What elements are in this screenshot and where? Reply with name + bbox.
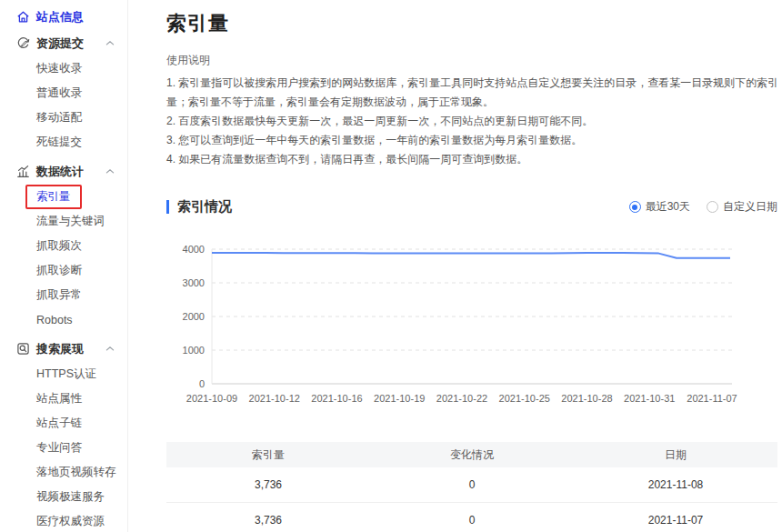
sidebar-subitem[interactable]: 快速收录	[0, 56, 127, 81]
table-cell: 0	[370, 478, 574, 491]
sidebar-subitem[interactable]: 抓取频次	[0, 234, 127, 258]
sidebar-subitem[interactable]: 普通收录	[0, 81, 127, 105]
chevron-up-icon[interactable]	[105, 40, 115, 46]
sidebar-subitem-label: 抓取诊断	[36, 263, 82, 278]
sidebar-item-site-info[interactable]: 站点信息	[0, 4, 127, 30]
table-cell: 3,736	[166, 514, 370, 527]
index-data-table: 索引量变化情况日期 3,73602021-11-083,73602021-11-…	[166, 442, 777, 532]
panel-title: 索引情况	[177, 198, 232, 216]
x-axis-tick-label: 2021-10-16	[311, 393, 362, 404]
home-icon	[15, 10, 30, 25]
sidebar-subitem-label: 落地页视频转存	[36, 465, 116, 480]
table-header-cell: 日期	[574, 447, 777, 463]
resource-submit-icon	[15, 36, 30, 51]
x-axis-tick-label: 2021-10-25	[499, 393, 550, 404]
sidebar-subitem[interactable]: 视频极速服务	[0, 485, 127, 509]
index-trend-chart: 010002000300040002021-10-092021-10-12202…	[166, 240, 777, 408]
usage-instruction-line: 1. 索引量指可以被搜索用户搜索到的网站数据库，索引量工具同时支持站点自定义想要…	[166, 74, 782, 112]
table-header-cell: 变化情况	[370, 447, 574, 463]
radio-label: 自定义日期	[723, 199, 777, 215]
sidebar-subitem-label: 移动适配	[36, 110, 82, 125]
radio-label: 最近30天	[646, 199, 690, 215]
table-cell: 0	[370, 514, 574, 527]
page-title: 索引量	[166, 10, 782, 37]
usage-title: 使用说明	[166, 53, 782, 68]
sidebar-subitem-label: 专业问答	[36, 440, 82, 456]
sidebar-section-label: 搜索展现	[36, 341, 84, 357]
sidebar-subitem[interactable]: Robots	[0, 307, 127, 332]
date-range-radio-group: 最近30天自定义日期	[629, 199, 777, 215]
sidebar-subitem[interactable]: HTTPS认证	[0, 362, 127, 386]
section-accent-bar	[166, 200, 169, 214]
sidebar-subitem-active-highlighted[interactable]: 索引量	[0, 185, 127, 209]
y-axis-tick-label: 3000	[183, 277, 205, 288]
sidebar-subitem-label: 抓取异常	[36, 287, 82, 303]
sidebar-subitem[interactable]: 死链提交	[0, 130, 127, 155]
radio-selected-icon[interactable]	[629, 201, 641, 213]
sidebar-section-label: 站点信息	[36, 9, 84, 25]
sidebar-subitem-label: 站点子链	[36, 416, 82, 431]
index-panel-header: 索引情况 最近30天自定义日期	[166, 198, 777, 216]
x-axis-tick-label: 2021-10-19	[374, 393, 425, 404]
sidebar-subitem[interactable]: 专业问答	[0, 436, 127, 460]
sidebar-subitem-label: 死链提交	[36, 135, 82, 150]
sidebar-subitem-label: 站点属性	[36, 391, 82, 407]
sidebar-subitem-label: 普通收录	[36, 85, 82, 101]
sidebar-subitem[interactable]: 抓取异常	[0, 283, 127, 307]
sidebar-section-label: 数据统计	[36, 164, 84, 180]
sidebar-subitem[interactable]: 站点属性	[0, 386, 127, 411]
x-axis-tick-label: 2021-10-28	[561, 393, 612, 404]
sidebar-subitem[interactable]: 移动适配	[0, 105, 127, 130]
sidebar-subitem-label: 视频极速服务	[36, 489, 105, 505]
sidebar: 站点信息资源提交快速收录普通收录移动适配死链提交数据统计索引量流量与关键词抓取频…	[0, 0, 128, 532]
sidebar-subitem-label: 抓取频次	[36, 238, 82, 254]
table-row: 3,73602021-11-08	[166, 467, 777, 503]
sidebar-subitem-label: 流量与关键词	[36, 214, 105, 229]
usage-instructions: 1. 索引量指可以被搜索用户搜索到的网站数据库，索引量工具同时支持站点自定义想要…	[166, 74, 782, 169]
x-axis-tick-label: 2021-10-22	[436, 393, 487, 404]
radio-option-last-30-days[interactable]: 最近30天	[629, 199, 690, 215]
table-header-row: 索引量变化情况日期	[166, 442, 777, 467]
radio-unselected-icon[interactable]	[707, 201, 718, 213]
y-axis-tick-label: 1000	[183, 345, 205, 356]
sidebar-subitem[interactable]: 站点子链	[0, 411, 127, 436]
x-axis-tick-label: 2021-11-07	[687, 393, 737, 404]
chevron-up-icon[interactable]	[105, 168, 115, 175]
sidebar-subitem-label: 快速收录	[36, 61, 82, 76]
table-cell: 3,736	[166, 478, 370, 491]
sidebar-subitem-label: HTTPS认证	[36, 366, 96, 382]
sidebar-item-resource-submit[interactable]: 资源提交	[0, 30, 127, 56]
sidebar-subitem[interactable]: 医疗权威资源	[0, 509, 127, 532]
sidebar-subitem[interactable]: 落地页视频转存	[0, 460, 127, 485]
y-axis-tick-label: 2000	[183, 311, 205, 322]
table-cell: 2021-11-08	[574, 478, 777, 491]
x-axis-tick-label: 2021-10-31	[624, 393, 675, 404]
sidebar-item-data-stats[interactable]: 数据统计	[0, 158, 127, 185]
chevron-up-icon[interactable]	[105, 346, 115, 352]
search-display-icon	[15, 342, 30, 356]
sidebar-subitem-label: Robots	[36, 314, 73, 326]
x-axis-tick-label: 2021-10-09	[186, 393, 237, 404]
table-header-cell: 索引量	[166, 447, 370, 463]
usage-instruction-line: 4. 如果已有流量数据查询不到，请隔日再查，最长间隔一周可查询到数据。	[166, 150, 782, 169]
y-axis-tick-label: 0	[199, 378, 205, 389]
table-row: 3,73602021-11-07	[166, 503, 777, 532]
main-content: 索引量 使用说明 1. 索引量指可以被搜索用户搜索到的网站数据库，索引量工具同时…	[129, 0, 782, 532]
usage-instruction-line: 2. 百度索引数据最快每天更新一次，最迟一周更新一次，不同站点的更新日期可能不同…	[166, 112, 782, 131]
sidebar-item-search-display[interactable]: 搜索展现	[0, 336, 127, 362]
sidebar-subitem[interactable]: 抓取诊断	[0, 258, 127, 283]
usage-instruction-line: 3. 您可以查询到近一年中每天的索引量数据，一年前的索引量数据为每月索引量数据。	[166, 131, 782, 150]
y-axis-tick-label: 4000	[183, 244, 205, 255]
sidebar-subitem-label: 医疗权威资源	[36, 514, 105, 529]
sidebar-section-label: 资源提交	[36, 35, 84, 52]
x-axis-tick-label: 2021-10-12	[249, 393, 300, 404]
table-cell: 2021-11-07	[574, 514, 777, 527]
data-stats-icon	[15, 165, 30, 179]
index-volume-line-series	[212, 253, 730, 258]
sidebar-subitem[interactable]: 流量与关键词	[0, 209, 127, 234]
active-item-red-highlight: 索引量	[25, 185, 82, 209]
radio-option-custom-date[interactable]: 自定义日期	[707, 199, 777, 215]
